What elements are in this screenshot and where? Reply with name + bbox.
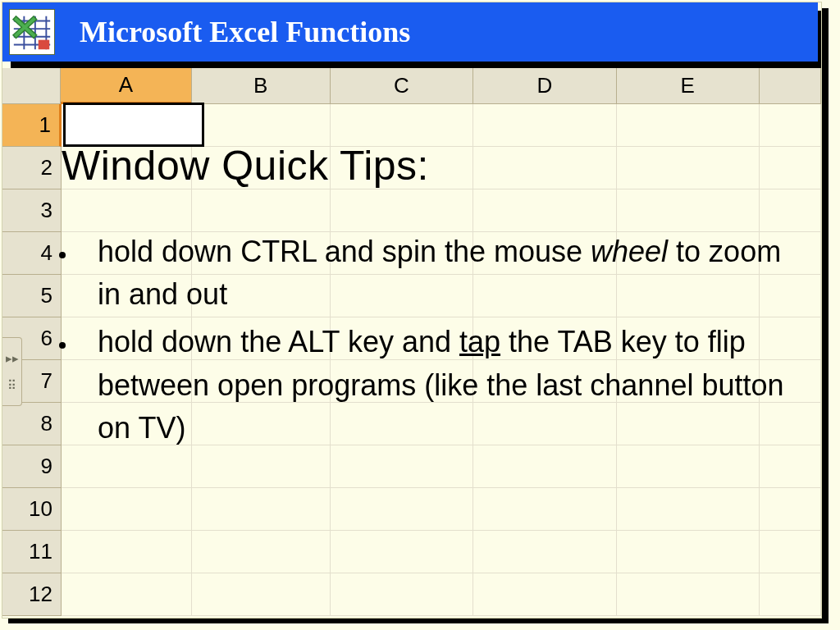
- cell[interactable]: [617, 573, 760, 616]
- cell[interactable]: [760, 147, 821, 189]
- row-header-3[interactable]: 3: [2, 189, 62, 232]
- cell[interactable]: [62, 275, 192, 317]
- cell[interactable]: [760, 403, 821, 445]
- cell[interactable]: [473, 275, 616, 317]
- cell[interactable]: [62, 445, 192, 488]
- cell[interactable]: [192, 403, 331, 445]
- row-header-1[interactable]: 1: [2, 104, 62, 147]
- row-header-9[interactable]: 9: [2, 445, 62, 488]
- column-header-D[interactable]: D: [473, 68, 616, 104]
- cell[interactable]: [331, 104, 473, 147]
- cell[interactable]: [473, 360, 616, 403]
- cell[interactable]: [760, 232, 821, 275]
- cell[interactable]: [617, 360, 760, 403]
- cell[interactable]: [62, 403, 192, 445]
- cell[interactable]: [473, 445, 616, 488]
- cell[interactable]: [192, 147, 331, 189]
- cell[interactable]: [192, 317, 331, 360]
- row-header-5[interactable]: 5: [2, 275, 62, 317]
- cell[interactable]: [62, 360, 192, 403]
- column-header-A[interactable]: A: [61, 68, 191, 104]
- cell[interactable]: [760, 104, 821, 147]
- cell[interactable]: [617, 445, 760, 488]
- cell[interactable]: [617, 317, 760, 360]
- side-tab-handle[interactable]: ▸▸ ⠿: [2, 337, 22, 406]
- column-header-E[interactable]: E: [617, 68, 760, 104]
- row-header-12[interactable]: 12: [2, 573, 62, 616]
- cell[interactable]: [617, 531, 760, 573]
- row-header-4[interactable]: 4: [2, 232, 62, 275]
- cell[interactable]: [760, 445, 821, 488]
- cell[interactable]: [192, 189, 331, 232]
- cell[interactable]: [331, 232, 473, 275]
- cell[interactable]: [331, 403, 473, 445]
- cell[interactable]: [473, 317, 616, 360]
- cell[interactable]: [331, 445, 473, 488]
- slide: Microsoft Excel Functions ABCDE 12345678…: [2, 2, 822, 619]
- cell[interactable]: [192, 275, 331, 317]
- cell[interactable]: [473, 403, 616, 445]
- row-header-10[interactable]: 10: [2, 488, 62, 531]
- cell[interactable]: [62, 189, 192, 232]
- cell[interactable]: [62, 488, 192, 531]
- select-all-corner[interactable]: [2, 68, 61, 104]
- cell[interactable]: [331, 531, 473, 573]
- cell[interactable]: [760, 189, 821, 232]
- cell[interactable]: [62, 232, 192, 275]
- cell[interactable]: [617, 189, 760, 232]
- cell[interactable]: [192, 488, 331, 531]
- title-bar: Microsoft Excel Functions: [2, 2, 818, 62]
- cell[interactable]: [617, 275, 760, 317]
- cell[interactable]: [760, 531, 821, 573]
- column-header-B[interactable]: B: [192, 68, 331, 104]
- cell[interactable]: [473, 573, 616, 616]
- cell[interactable]: [192, 104, 331, 147]
- cell[interactable]: [760, 360, 821, 403]
- cell[interactable]: [760, 573, 821, 616]
- excel-icon: [9, 9, 55, 55]
- cell[interactable]: [473, 189, 616, 232]
- column-header-C[interactable]: C: [331, 68, 473, 104]
- cell[interactable]: [760, 275, 821, 317]
- cell[interactable]: [62, 573, 192, 616]
- svg-rect-8: [39, 40, 50, 50]
- cell[interactable]: [473, 104, 616, 147]
- cell[interactable]: [473, 232, 616, 275]
- cell[interactable]: [192, 531, 331, 573]
- cell[interactable]: [617, 104, 760, 147]
- cell[interactable]: [331, 189, 473, 232]
- cell[interactable]: [192, 232, 331, 275]
- cell[interactable]: [473, 531, 616, 573]
- cell[interactable]: [331, 275, 473, 317]
- cell[interactable]: [192, 573, 331, 616]
- cell[interactable]: [62, 531, 192, 573]
- cell[interactable]: [192, 445, 331, 488]
- cell[interactable]: [473, 488, 616, 531]
- row-header-11[interactable]: 11: [2, 531, 62, 573]
- spreadsheet-grid: ABCDE 123456789101112 ▸▸ ⠿: [2, 68, 821, 618]
- cell[interactable]: [62, 104, 192, 147]
- cell[interactable]: [62, 147, 192, 189]
- cell[interactable]: [473, 147, 616, 189]
- cell[interactable]: [617, 147, 760, 189]
- cell[interactable]: [331, 317, 473, 360]
- cell[interactable]: [760, 317, 821, 360]
- cell[interactable]: [192, 360, 331, 403]
- cell[interactable]: [760, 488, 821, 531]
- column-header-5[interactable]: [760, 68, 821, 104]
- title-text: Microsoft Excel Functions: [80, 15, 410, 49]
- row-header-2[interactable]: 2: [2, 147, 62, 189]
- cell[interactable]: [331, 360, 473, 403]
- cell[interactable]: [617, 488, 760, 531]
- cell[interactable]: [331, 147, 473, 189]
- cell[interactable]: [62, 317, 192, 360]
- cell[interactable]: [617, 403, 760, 445]
- row-header-8[interactable]: 8: [2, 403, 62, 445]
- cell[interactable]: [331, 573, 473, 616]
- cell[interactable]: [331, 488, 473, 531]
- cell[interactable]: [617, 232, 760, 275]
